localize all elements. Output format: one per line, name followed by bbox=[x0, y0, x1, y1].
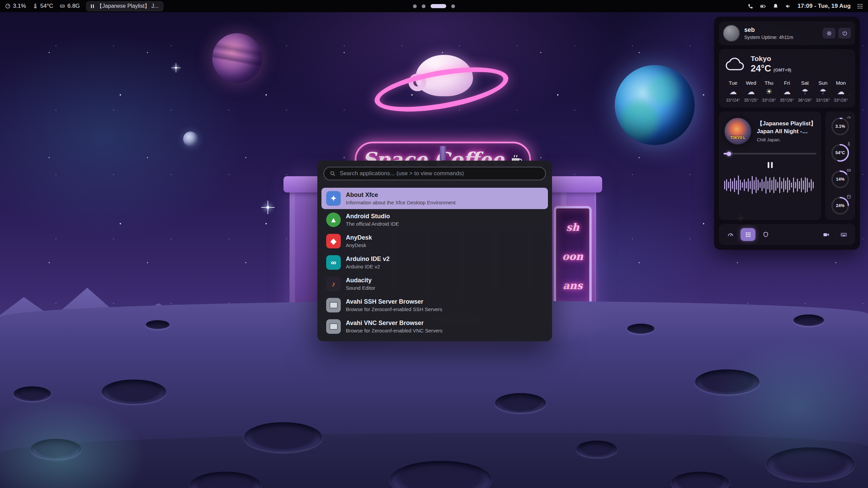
video-camera-icon bbox=[823, 231, 830, 238]
notifications-button[interactable] bbox=[772, 3, 779, 9]
music-card: TOKYO L 【Japanese Playlist】 Japan All Ni… bbox=[719, 111, 821, 220]
gauge-memory: 14% bbox=[830, 168, 850, 189]
app-launcher: ✦ About Xfce Information about the Xfce … bbox=[317, 161, 552, 341]
system-gauges: 3.1% 54°C bbox=[825, 111, 855, 220]
crater bbox=[244, 422, 322, 452]
launcher-result[interactable]: ✦ About Xfce Information about the Xfce … bbox=[321, 188, 548, 209]
workspace-dot-4[interactable] bbox=[451, 4, 455, 8]
dashboard-panel: seb System Uptime: 4h11m Tokyo bbox=[714, 17, 860, 250]
keyboard-button[interactable] bbox=[836, 228, 851, 241]
result-subtitle: Browse for Zeroconf-enabled VNC Servers bbox=[346, 328, 442, 333]
phone-icon bbox=[747, 3, 754, 9]
forecast-temps: 35°/25° bbox=[744, 98, 758, 103]
apps-button[interactable] bbox=[741, 228, 755, 241]
music-progress[interactable] bbox=[724, 153, 816, 155]
crater bbox=[766, 447, 854, 481]
result-title: About Xfce bbox=[346, 191, 456, 199]
workspace-switcher bbox=[413, 4, 455, 8]
uptime-text: System Uptime: 4h11m bbox=[744, 35, 793, 40]
forecast-temps: 35°/26° bbox=[780, 98, 794, 103]
cpu-stat: 3.1% bbox=[5, 3, 26, 9]
moon-small bbox=[183, 131, 198, 146]
desktop: Space Coffee sh oon ans bbox=[0, 0, 868, 488]
temperature-value: 54°C bbox=[40, 3, 53, 9]
android-studio-icon: ▲ bbox=[326, 212, 341, 227]
crater bbox=[146, 320, 170, 329]
launcher-result[interactable]: ∞ Arduino IDE v2 Arduino IDE v2 bbox=[321, 252, 548, 273]
search-bar[interactable] bbox=[323, 167, 546, 180]
clock[interactable]: 17:09 - Tue, 19 Aug bbox=[797, 3, 851, 9]
album-label: TOKYO L bbox=[725, 136, 751, 140]
result-subtitle: The official Android IDE bbox=[346, 221, 399, 227]
app-glyph: ∞ bbox=[331, 258, 336, 267]
weather-card: Tokyo 24°C (GMT+9) Tue ☁ 33°/24° Wed ☁ 3… bbox=[719, 49, 855, 107]
workspace-dot-1[interactable] bbox=[413, 4, 417, 8]
performance-button[interactable] bbox=[723, 228, 738, 241]
ram-icon bbox=[59, 3, 65, 9]
launcher-result[interactable]: Avahi VNC Server Browser Browse for Zero… bbox=[321, 316, 548, 337]
sparkle-star bbox=[175, 67, 177, 69]
shield-icon bbox=[762, 231, 769, 238]
record-button[interactable] bbox=[818, 228, 833, 241]
launcher-result[interactable]: Avahi SSH Server Browser Browse for Zero… bbox=[321, 294, 548, 316]
battery-icon bbox=[760, 3, 766, 9]
phone-link-button[interactable] bbox=[747, 3, 754, 9]
forecast-weather-icon: ☁ bbox=[747, 88, 755, 96]
launcher-result[interactable]: ◆ AnyDesk AnyDesk bbox=[321, 230, 548, 252]
gauge-cpu-value: 3.1% bbox=[830, 117, 850, 136]
keyboard-icon bbox=[840, 231, 847, 238]
forecast-day-wed: Wed ☁ 35°/25° bbox=[742, 80, 760, 103]
result-title: Avahi SSH Server Browser bbox=[346, 298, 442, 305]
monitor-icon bbox=[330, 302, 338, 308]
progress-handle[interactable] bbox=[727, 151, 731, 156]
music-waveform bbox=[724, 174, 816, 196]
now-playing-label: 【Japanese Playlist】 J... bbox=[97, 3, 159, 10]
weather-timezone: (GMT+9) bbox=[773, 67, 791, 73]
forecast-day-label: Wed bbox=[746, 80, 756, 86]
forecast-day-label: Fri bbox=[784, 80, 790, 86]
power-button[interactable] bbox=[838, 28, 851, 39]
sparkle-star bbox=[267, 206, 269, 209]
weather-forecast: Tue ☁ 33°/24° Wed ☁ 35°/25° Thu ☀ 33°/26… bbox=[724, 80, 850, 103]
forecast-temps: 36°/26° bbox=[798, 98, 812, 103]
forecast-weather-icon: ☀ bbox=[766, 88, 772, 96]
forecast-day-label: Thu bbox=[765, 80, 773, 86]
app-glyph: ▲ bbox=[330, 216, 337, 224]
thermometer-icon bbox=[32, 3, 38, 9]
launcher-result[interactable]: ▲ Android Studio The official Android ID… bbox=[321, 209, 548, 230]
pause-button[interactable] bbox=[765, 160, 776, 170]
search-input[interactable] bbox=[339, 170, 540, 177]
arduino-icon: ∞ bbox=[326, 255, 341, 270]
forecast-day-label: Mon bbox=[836, 80, 846, 86]
workspace-pill-active[interactable] bbox=[431, 4, 446, 8]
workspace-dot-2[interactable] bbox=[422, 4, 426, 8]
avahi-ssh-icon bbox=[326, 298, 341, 312]
now-playing-button[interactable]: 【Japanese Playlist】 J... bbox=[86, 1, 163, 11]
xfce-app-icon: ✦ bbox=[326, 191, 341, 206]
shield-button[interactable] bbox=[758, 228, 773, 241]
audacity-icon: ♪ bbox=[326, 277, 341, 291]
gear-icon bbox=[826, 30, 832, 36]
cpu-gauge-icon bbox=[5, 3, 11, 9]
result-title: Android Studio bbox=[346, 213, 399, 220]
settings-button[interactable] bbox=[823, 28, 835, 39]
apps-grid-icon bbox=[745, 231, 752, 238]
forecast-day-sat: Sat ☂ 36°/26° bbox=[796, 80, 814, 103]
forecast-temps: 33°/24° bbox=[726, 98, 740, 103]
result-title: AnyDesk bbox=[346, 234, 372, 241]
battery-indicator[interactable] bbox=[760, 3, 766, 9]
memory-stat: 6.8G bbox=[59, 3, 80, 9]
launcher-result[interactable]: ♪ Audacity Sound Editor bbox=[321, 273, 548, 294]
forecast-weather-icon: ☂ bbox=[802, 88, 808, 96]
gauge-temperature-value: 54°C bbox=[830, 143, 850, 162]
forecast-weather-icon: ☁ bbox=[837, 88, 845, 96]
result-subtitle: Browse for Zeroconf-enabled SSH Servers bbox=[346, 306, 442, 312]
crater bbox=[102, 380, 166, 404]
shop-window: sh oon ans bbox=[554, 206, 592, 306]
app-grid-button[interactable] bbox=[857, 3, 863, 9]
top-panel: 3.1% 54°C 6.8G 【Japanese Playlist】 J... bbox=[0, 0, 868, 12]
app-glyph: ✦ bbox=[330, 194, 336, 203]
volume-button[interactable] bbox=[785, 3, 791, 9]
profile-name: seb bbox=[744, 26, 793, 34]
gauge-temperature: 54°C bbox=[830, 142, 850, 163]
